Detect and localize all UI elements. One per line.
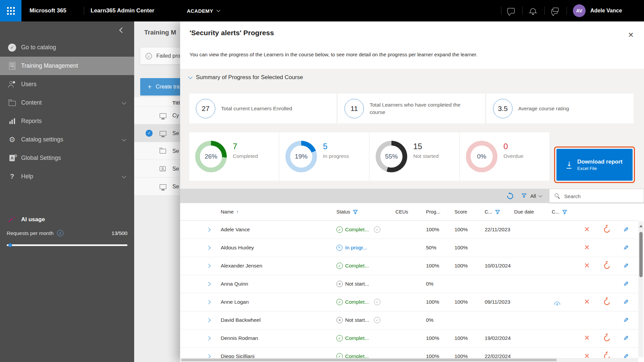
column-header-score[interactable]: Score: [454, 203, 467, 221]
brand-title[interactable]: Microsoft 365: [30, 0, 66, 21]
column-header-c[interactable]: C...: [485, 203, 500, 221]
filter-icon[interactable]: [495, 209, 500, 215]
edit-button[interactable]: ✎: [622, 334, 630, 342]
edit-button[interactable]: ✎: [622, 244, 630, 252]
vertical-scrollbar[interactable]: [638, 221, 643, 357]
tenant-dropdown[interactable]: ACADEMY: [187, 0, 220, 21]
edit-button[interactable]: ✎: [622, 280, 630, 288]
notifications-button[interactable]: [525, 0, 541, 21]
info-icon[interactable]: i: [57, 230, 63, 236]
filter-icon[interactable]: [562, 209, 567, 215]
download-report-button[interactable]: ↓ Download report Excel File: [556, 149, 633, 181]
redo-icon: [603, 352, 611, 358]
sidebar-item-training-management[interactable]: Training Management: [0, 57, 134, 75]
pencil-icon: ✎: [623, 263, 629, 269]
edit-button[interactable]: ✎: [622, 352, 630, 358]
scrollbar-thumb[interactable]: [639, 232, 643, 277]
redo-icon: [603, 262, 611, 270]
chat-button[interactable]: [503, 0, 519, 21]
filter-icon[interactable]: [522, 193, 527, 199]
edit-button[interactable]: ✎: [622, 316, 630, 324]
expand-row-button[interactable]: [206, 262, 212, 269]
retake-button[interactable]: [603, 352, 611, 358]
edit-button[interactable]: ✎: [622, 298, 630, 306]
sidebar-item-reports[interactable]: Reports: [0, 112, 134, 130]
sidebar-item-users[interactable]: Users: [0, 75, 134, 94]
sidebar-item-go-to-catalog[interactable]: ✓Go to catalog: [0, 38, 134, 57]
sidebar-item-content[interactable]: Content: [0, 94, 134, 112]
failed-progress-label: Failed pro: [156, 53, 180, 59]
column-header-name[interactable]: Name↑: [221, 203, 239, 221]
learner-name: David Backwheel: [221, 317, 261, 323]
expand-row-button[interactable]: [206, 317, 212, 323]
sort-ascending-icon: ↑: [236, 209, 239, 215]
filter-all-label: All: [530, 193, 536, 199]
edit-button[interactable]: ✎: [622, 262, 630, 270]
sidebar-item-global-settings[interactable]: AGlobal Settings: [0, 149, 134, 167]
column-header-label: C...: [485, 209, 492, 215]
remove-button[interactable]: [583, 226, 591, 234]
retake-button[interactable]: [603, 334, 611, 342]
create-training-button[interactable]: + Create tra: [140, 78, 180, 96]
column-header-title[interactable]: Titl: [172, 100, 180, 106]
assessment-check-icon: [374, 299, 380, 305]
assessment-check-icon: [374, 227, 380, 233]
list-item[interactable]: Se: [134, 142, 180, 160]
user-name[interactable]: Adele Vance: [590, 0, 622, 21]
remove-button[interactable]: [583, 352, 591, 358]
retake-button[interactable]: [603, 298, 611, 306]
requests-label: Requests per month: [7, 230, 54, 236]
sidebar-item-help[interactable]: ?Help: [0, 167, 134, 186]
failed-progress-button[interactable]: Failed pro: [140, 48, 180, 64]
filter-all-dropdown[interactable]: All: [530, 189, 542, 203]
edit-button[interactable]: ✎: [622, 226, 630, 234]
expand-row-button[interactable]: [206, 353, 212, 358]
bell-icon: [530, 8, 536, 13]
remove-button[interactable]: [583, 262, 591, 270]
remove-button[interactable]: [583, 298, 591, 306]
retake-button[interactable]: [603, 226, 611, 234]
sidebar-item-catalog-settings[interactable]: ⚙Catalog settings: [0, 130, 134, 149]
avatar[interactable]: AV: [573, 4, 586, 17]
list-item[interactable]: Cy: [134, 106, 180, 124]
selected-check-icon: ✓: [146, 130, 153, 137]
remove-button[interactable]: [583, 334, 591, 342]
learner-name: Alexander Jensen: [221, 263, 262, 269]
list-item[interactable]: Se: [134, 177, 180, 195]
retake-button[interactable]: [603, 262, 611, 270]
horizontal-scrollbar[interactable]: [180, 358, 638, 362]
expand-row-button[interactable]: [206, 244, 212, 251]
expand-row-button[interactable]: [206, 299, 212, 305]
filter-icon[interactable]: [353, 209, 358, 215]
column-header-c[interactable]: C...: [552, 203, 567, 221]
table-row: Alexander JensenComplet...100%100%10/01/…: [180, 257, 638, 275]
column-header-duedate[interactable]: Due date: [514, 203, 534, 221]
app-launcher-button[interactable]: [0, 0, 21, 21]
product-title[interactable]: Learn365 Admin Center: [91, 0, 154, 21]
remove-button[interactable]: [583, 244, 591, 252]
column-header-prog[interactable]: Prog...: [426, 203, 440, 221]
donut-value: 7: [233, 142, 237, 151]
refresh-icon[interactable]: [506, 192, 514, 200]
donut-label: Overdue: [503, 153, 523, 159]
expand-row-button[interactable]: [206, 281, 212, 287]
sidebar-item-ai-usage[interactable]: AI usage: [0, 213, 134, 227]
sidebar-collapse-button[interactable]: [118, 26, 126, 34]
scroll-up-arrow-icon[interactable]: [639, 223, 643, 227]
feedback-button[interactable]: [547, 0, 562, 21]
requests-progress-bar[interactable]: [7, 244, 127, 246]
search-input[interactable]: [564, 189, 642, 203]
summary-header[interactable]: Summary of Progress for Selected Course: [189, 74, 303, 81]
close-button[interactable]: ×: [626, 29, 636, 40]
list-item[interactable]: Se: [134, 160, 180, 178]
learner-name: Anne Logan: [221, 299, 249, 305]
column-header-status[interactable]: Status: [336, 203, 358, 221]
view-certificate-button[interactable]: [553, 298, 561, 306]
expand-row-button[interactable]: [206, 335, 212, 342]
table-row: Anna QuinnNot start...0%✎: [180, 275, 638, 293]
redo-icon: [603, 226, 611, 234]
list-item[interactable]: ✓Se: [134, 124, 180, 142]
column-header-ceus[interactable]: CEUs: [395, 203, 408, 221]
expand-row-button[interactable]: [206, 226, 212, 233]
download-report-highlight: ↓ Download report Excel File: [554, 146, 635, 183]
